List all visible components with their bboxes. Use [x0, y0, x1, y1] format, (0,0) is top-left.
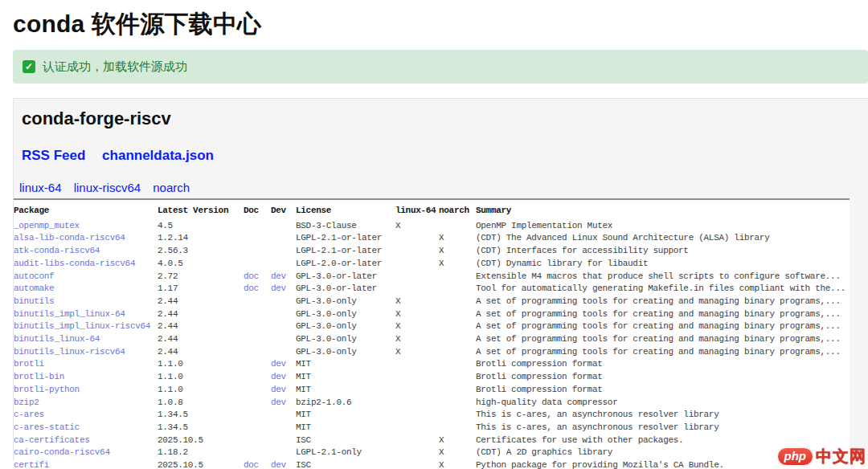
doc-link[interactable]: doc: [244, 283, 259, 293]
table-row: brotli1.1.0devMITBrotli compression form…: [14, 358, 850, 371]
dev-cell: dev: [271, 459, 296, 469]
subdir-link-linux-64[interactable]: linux-64: [19, 181, 62, 194]
package-link[interactable]: ca-certificates: [14, 435, 90, 445]
version-cell: 1.18.2: [158, 447, 244, 459]
dev-link[interactable]: dev: [271, 283, 286, 293]
subdir-link-linux-riscv64[interactable]: linux-riscv64: [74, 181, 141, 194]
package-link[interactable]: automake: [14, 283, 54, 293]
package-link[interactable]: autoconf: [14, 271, 54, 281]
success-banner-text: 认证成功，加载软件源成功: [43, 59, 187, 75]
package-cell: certifi: [14, 459, 158, 469]
doc-link[interactable]: doc: [244, 271, 259, 281]
doc-cell: [244, 333, 271, 346]
license-cell: GPL-3.0-or-later: [296, 271, 395, 283]
package-link[interactable]: binutils: [14, 296, 54, 306]
summary-cell: Brotli compression format: [476, 371, 850, 384]
package-link[interactable]: binutils_impl_linux-64: [14, 309, 125, 319]
dev-cell: [271, 232, 296, 245]
package-cell: bzip2: [14, 397, 158, 410]
subdir-link-noarch[interactable]: noarch: [153, 181, 190, 194]
watermark-text: 中文网: [816, 446, 866, 467]
page-title: conda 软件源下载中心: [13, 10, 868, 39]
table-row: brotli-python1.1.0devMITBrotli compressi…: [14, 384, 850, 397]
noarch-cell: X: [439, 459, 476, 469]
dev-cell: [271, 258, 296, 271]
dev-link[interactable]: dev: [271, 359, 286, 369]
summary-cell: A set of programming tools for creating …: [476, 346, 850, 359]
package-link[interactable]: brotli: [14, 359, 44, 369]
license-cell: MIT: [296, 371, 395, 384]
summary-cell: (CDT) Dynamic library for libaudit: [476, 258, 850, 271]
summary-cell: A set of programming tools for creating …: [476, 333, 850, 346]
noarch-cell: [439, 320, 476, 333]
noarch-cell: [439, 346, 476, 359]
table-row: autoconf2.72docdevGPL-3.0-or-laterExtens…: [14, 271, 850, 283]
dev-cell: [271, 308, 296, 321]
linux64-cell: [395, 283, 439, 296]
version-cell: 1.34.5: [158, 422, 244, 434]
summary-cell: Brotli compression format: [476, 358, 850, 371]
doc-cell: [244, 422, 271, 434]
summary-cell: This is c-ares, an asynchronous resolver…: [476, 422, 850, 434]
doc-cell: [244, 384, 271, 397]
doc-cell: [244, 434, 271, 447]
table-row: binutils_impl_linux-riscv642.44GPL-3.0-o…: [14, 320, 850, 333]
package-link[interactable]: binutils_linux-64: [14, 334, 100, 344]
package-link[interactable]: binutils_linux-riscv64: [14, 347, 125, 357]
package-table-container: PackageLatest VersionDocDevLicenselinux-…: [14, 198, 850, 469]
dev-cell: [271, 346, 296, 359]
dev-link[interactable]: dev: [271, 372, 286, 381]
license-cell: ISC: [296, 459, 395, 469]
license-cell: GPL-3.0-only: [296, 320, 395, 333]
column-header-version: Latest Version: [158, 200, 244, 220]
doc-cell: [244, 245, 271, 258]
noarch-cell: [439, 397, 476, 410]
linux64-cell: [395, 258, 439, 271]
rss-feed-link[interactable]: RSS Feed: [22, 148, 85, 163]
dev-cell: [271, 333, 296, 346]
noarch-cell: [439, 371, 476, 384]
table-row: _openmp_mutex4.5BSD-3-ClauseXOpenMP Impl…: [14, 220, 850, 233]
version-cell: 1.1.0: [158, 358, 244, 371]
package-link[interactable]: cairo-conda-riscv64: [14, 447, 110, 457]
dev-link[interactable]: dev: [271, 460, 286, 469]
dev-cell: dev: [271, 397, 296, 410]
package-link[interactable]: brotli-python: [14, 385, 80, 394]
dev-cell: dev: [271, 371, 296, 384]
dev-cell: [271, 320, 296, 333]
dev-link[interactable]: dev: [271, 385, 286, 394]
package-link[interactable]: binutils_impl_linux-riscv64: [14, 321, 150, 331]
package-link[interactable]: certifi: [14, 460, 49, 469]
dev-cell: [271, 296, 296, 308]
package-link[interactable]: audit-libs-conda-riscv64: [14, 259, 135, 268]
package-link[interactable]: _openmp_mutex: [14, 221, 80, 230]
package-link[interactable]: brotli-bin: [14, 372, 64, 381]
package-cell: audit-libs-conda-riscv64: [14, 258, 158, 271]
column-header-linux64: linux-64: [395, 200, 439, 220]
linux64-cell: [395, 384, 439, 397]
dev-link[interactable]: dev: [271, 398, 286, 407]
noarch-cell: [439, 384, 476, 397]
package-link[interactable]: alsa-lib-conda-riscv64: [14, 233, 125, 243]
table-row: c-ares1.34.5MITThis is c-ares, an asynch…: [14, 409, 850, 422]
package-cell: brotli: [14, 358, 158, 371]
license-cell: GPL-3.0-only: [296, 296, 395, 308]
linux64-cell: [395, 271, 439, 283]
doc-link[interactable]: doc: [244, 460, 259, 469]
package-cell: binutils: [14, 296, 158, 308]
noarch-cell: [439, 296, 476, 308]
channeldata-json-link[interactable]: channeldata.json: [102, 148, 214, 163]
version-cell: 2.44: [158, 346, 244, 359]
linux64-cell: [395, 371, 439, 384]
package-link[interactable]: bzip2: [14, 398, 39, 407]
doc-cell: [244, 296, 271, 308]
table-row: ca-certificates2025.10.5ISCXCertificates…: [14, 434, 850, 447]
license-cell: MIT: [296, 384, 395, 397]
dev-link[interactable]: dev: [271, 271, 286, 281]
summary-cell: (CDT) Interfaces for accessibility suppo…: [476, 245, 850, 258]
package-link[interactable]: c-ares: [14, 410, 44, 419]
package-link[interactable]: c-ares-static: [14, 422, 80, 432]
table-row: c-ares-static1.34.5MITThis is c-ares, an…: [14, 422, 850, 434]
package-link[interactable]: atk-conda-riscv64: [14, 246, 100, 255]
license-cell: BSD-3-Clause: [296, 220, 395, 233]
